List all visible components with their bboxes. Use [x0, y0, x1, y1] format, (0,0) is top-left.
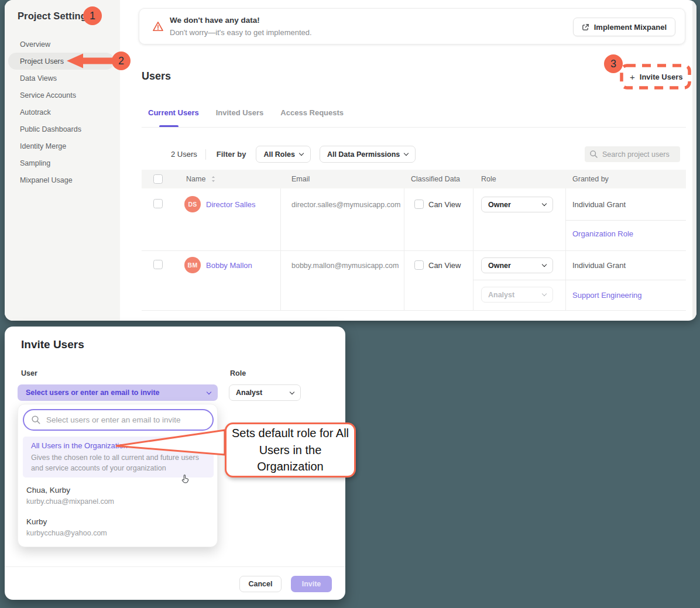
- chevron-down-icon: [207, 389, 211, 394]
- column-header-role: Role: [481, 175, 496, 183]
- chevron-down-icon: [542, 262, 547, 267]
- tab-invited-users[interactable]: Invited Users: [216, 108, 264, 117]
- all-users-organization-link[interactable]: All Users in the Organization: [31, 441, 128, 450]
- role-dropdown[interactable]: Analyst: [229, 384, 301, 401]
- column-header-email: Email: [291, 175, 310, 183]
- chevron-down-icon: [404, 151, 409, 156]
- column-header-classified-data: Classified Data: [411, 175, 460, 183]
- sidebar-title: Project Settings: [18, 11, 92, 22]
- no-data-banner: We don't have any data! Don't worry—it's…: [139, 8, 685, 44]
- granted-by-value: Individual Grant: [572, 200, 626, 209]
- option-kurby[interactable]: Kurby kurbycchua@yahoo.com: [26, 517, 107, 537]
- sidebar-item-identity-merge[interactable]: Identity Merge: [8, 138, 114, 154]
- sidebar-item-data-views[interactable]: Data Views: [8, 70, 114, 87]
- user-multiselect[interactable]: Select users or enter an email to invite: [18, 384, 218, 401]
- support-engineering-link[interactable]: Support Engineering: [572, 291, 642, 300]
- select-all-checkbox[interactable]: [153, 174, 163, 184]
- role-select[interactable]: Owner: [481, 197, 553, 212]
- tab-access-requests[interactable]: Access Requests: [280, 108, 344, 117]
- page-title: Users: [142, 70, 171, 83]
- row-checkbox[interactable]: [153, 199, 163, 208]
- column-divider: [565, 188, 566, 310]
- user-count: 2 Users: [171, 150, 197, 159]
- user-name-link[interactable]: Director Salles: [206, 200, 256, 209]
- tab-divider: [142, 127, 686, 128]
- sub-row-divider: [565, 220, 686, 221]
- row-divider: [142, 250, 686, 251]
- column-header-name[interactable]: Name: [186, 175, 216, 183]
- filter-by-label: Filter by: [217, 150, 246, 159]
- option-chua-kurby[interactable]: Chua, Kurby kurby.chua@mixpanel.com: [26, 486, 114, 506]
- column-divider: [473, 188, 473, 310]
- implement-mixpanel-label: Implement Mixpanel: [594, 23, 667, 32]
- modal-footer-divider: [5, 566, 345, 567]
- settings-sidebar: Project Settings Overview Project Users …: [5, 0, 120, 321]
- user-select-dropdown-panel: All Users in the Organization Gives the …: [18, 404, 218, 547]
- column-divider: [280, 188, 281, 310]
- sub-row-divider: [473, 280, 686, 280]
- table-bottom-border: [142, 310, 686, 311]
- cursor-hand-icon: [180, 473, 191, 485]
- chevron-down-icon: [542, 291, 547, 296]
- sort-icon: [211, 176, 216, 183]
- banner-title: We don't have any data!: [170, 16, 260, 25]
- sidebar-item-autotrack[interactable]: Autotrack: [8, 104, 114, 121]
- invite-button[interactable]: Invite: [291, 576, 332, 592]
- user-search-input[interactable]: [23, 409, 214, 431]
- arrow-left-annotation: [66, 52, 116, 70]
- divider: [205, 149, 206, 160]
- search-project-users-input[interactable]: [585, 146, 680, 162]
- can-view-label: Can View: [428, 200, 461, 209]
- sidebar-item-service-accounts[interactable]: Service Accounts: [8, 87, 114, 104]
- can-view-checkbox[interactable]: [414, 200, 424, 209]
- row-checkbox[interactable]: [153, 260, 163, 269]
- tab-current-users[interactable]: Current Users: [148, 108, 199, 117]
- can-view-label: Can View: [428, 261, 461, 270]
- avatar: DS: [184, 196, 201, 212]
- users-tabs: Current Users Invited Users Access Reque…: [148, 108, 344, 117]
- user-email: bobby.mallon@mymusicapp.com: [291, 262, 399, 270]
- column-header-granted-by: Granted by: [572, 175, 609, 183]
- cancel-button[interactable]: Cancel: [239, 576, 282, 592]
- project-settings-window: Project Settings Overview Project Users …: [5, 0, 696, 321]
- scrollbar-track[interactable]: [692, 0, 696, 321]
- dashed-highlight-box: [619, 63, 692, 90]
- chevron-down-icon: [299, 151, 304, 156]
- avatar: BM: [184, 257, 201, 273]
- filter-row: 2 Users Filter by All Roles All Data Per…: [171, 146, 424, 163]
- table-header: Name Email Classified Data Role Granted …: [142, 170, 686, 188]
- organization-role-link[interactable]: Organization Role: [572, 229, 633, 238]
- implement-mixpanel-button[interactable]: Implement Mixpanel: [573, 18, 675, 36]
- modal-title: Invite Users: [21, 338, 84, 351]
- role-select-disabled: Analyst: [481, 287, 553, 303]
- granted-by-value: Individual Grant: [572, 261, 626, 270]
- role-field-label: Role: [230, 369, 246, 377]
- sidebar-item-sampling[interactable]: Sampling: [8, 154, 114, 171]
- external-link-icon: [582, 23, 589, 31]
- callout-bubble: Sets default role for All Users in the O…: [225, 422, 356, 478]
- user-email: director.salles@mymusicapp.com: [291, 201, 400, 209]
- step-badge-1: 1: [83, 6, 102, 25]
- sidebar-item-overview[interactable]: Overview: [8, 36, 114, 53]
- role-select[interactable]: Owner: [481, 257, 553, 273]
- banner-subtitle: Don't worry—it's easy to get implemented…: [170, 28, 312, 37]
- warning-triangle-icon: [152, 20, 164, 33]
- column-divider: [404, 188, 404, 310]
- sidebar-item-public-dashboards[interactable]: Public Dashboards: [8, 121, 114, 138]
- chevron-down-icon: [542, 201, 547, 206]
- user-field-label: User: [21, 369, 37, 377]
- callout-tail: [116, 428, 227, 456]
- sidebar-item-mixpanel-usage[interactable]: Mixpanel Usage: [8, 171, 114, 188]
- can-view-checkbox[interactable]: [414, 260, 424, 270]
- all-roles-dropdown[interactable]: All Roles: [256, 146, 311, 163]
- all-data-permissions-dropdown[interactable]: All Data Permissions: [320, 146, 416, 163]
- user-name-link[interactable]: Bobby Mallon: [206, 261, 252, 270]
- chevron-down-icon: [290, 389, 294, 394]
